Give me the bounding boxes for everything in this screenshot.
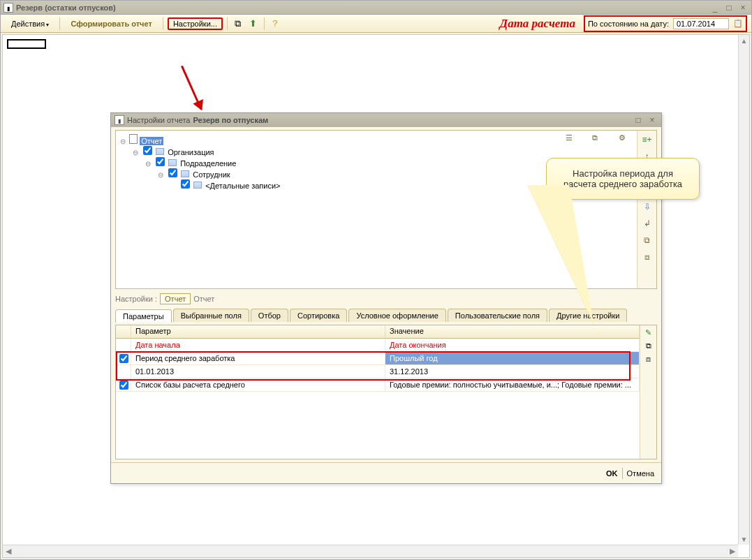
report-icon bbox=[129, 134, 138, 144]
tool-icon[interactable]: ⚙ bbox=[619, 133, 631, 146]
help-callout: Настройка периода для расчета среднего з… bbox=[546, 158, 700, 200]
tree-checkbox[interactable] bbox=[156, 157, 165, 166]
tool-icon[interactable]: ⧈ bbox=[641, 251, 654, 263]
breadcrumb-label: Настройки : bbox=[115, 295, 157, 303]
report-structure-tree[interactable]: ⊖ Отчет ⊖ Организ bbox=[116, 131, 546, 193]
date-label: По состоянию на дату: bbox=[588, 20, 669, 28]
breadcrumb-current[interactable]: Отчет bbox=[160, 293, 191, 304]
app-icon: ▮ bbox=[3, 3, 13, 13]
table-cell[interactable]: Период среднего заработка bbox=[131, 352, 385, 365]
add-icon[interactable]: ≡+ bbox=[641, 133, 654, 146]
tree-node-department[interactable]: Подразделение bbox=[179, 159, 237, 168]
expand-icon[interactable]: ⊖ bbox=[145, 160, 152, 168]
tree-node-details[interactable]: <Детальные записи> bbox=[204, 182, 281, 190]
expand-icon[interactable]: ⊖ bbox=[133, 149, 140, 156]
cancel-button[interactable]: Отмена bbox=[627, 469, 654, 478]
date-input[interactable] bbox=[673, 18, 729, 29]
move-down-icon[interactable]: ⇩ bbox=[641, 200, 654, 213]
expand-icon[interactable]: ⊖ bbox=[158, 171, 165, 179]
params-side-tools: ✎ ⧉ ⧈ bbox=[640, 325, 656, 459]
col-value: Значение bbox=[385, 325, 640, 339]
tree-node-organization[interactable]: Организация bbox=[166, 148, 215, 156]
row-checkbox[interactable] bbox=[119, 381, 128, 390]
table-cell[interactable]: Дата окончания bbox=[385, 339, 640, 352]
tab-parameters[interactable]: Параметры bbox=[115, 309, 172, 323]
table-cell[interactable] bbox=[116, 339, 131, 352]
window-title: Резерв (остатки отпусков) bbox=[16, 3, 116, 12]
parameters-table[interactable]: Параметр Значение Дата начала Дата оконч… bbox=[116, 325, 640, 459]
dialog-close-button[interactable]: × bbox=[647, 115, 658, 125]
vertical-scrollbar[interactable]: ▲ ▼ bbox=[738, 35, 749, 545]
tab-conditional-formatting[interactable]: Условное оформление bbox=[348, 309, 445, 322]
table-cell[interactable]: 31.12.2013 bbox=[385, 365, 640, 378]
annotation-arrow bbox=[181, 66, 202, 110]
save-icon[interactable]: ⬆ bbox=[247, 17, 260, 30]
dialog-icon: ▮ bbox=[115, 115, 124, 125]
col-parameter: Параметр bbox=[131, 325, 385, 339]
main-toolbar: Действия Сформировать отчет Настройки...… bbox=[1, 15, 751, 33]
edit-icon[interactable]: ✎ bbox=[645, 328, 651, 337]
close-button[interactable]: × bbox=[737, 3, 749, 13]
date-filter-box: По состоянию на дату: 📋 bbox=[584, 15, 747, 32]
tab-filter[interactable]: Отбор bbox=[251, 309, 288, 322]
group-icon bbox=[168, 159, 177, 166]
tool-icon[interactable]: ⧉ bbox=[646, 341, 651, 351]
tool-icon[interactable]: ⧉ bbox=[592, 133, 605, 146]
parameters-panel: Параметр Значение Дата начала Дата оконч… bbox=[115, 325, 657, 459]
selection-marker bbox=[7, 39, 46, 49]
actions-menu[interactable]: Действия bbox=[5, 17, 55, 31]
calendar-icon[interactable]: 📋 bbox=[733, 19, 743, 28]
table-cell[interactable]: Список базы расчета среднего bbox=[131, 378, 385, 392]
group-icon bbox=[156, 148, 164, 155]
table-cell[interactable]: 01.01.2013 bbox=[131, 365, 385, 378]
content-area: ▲ ▼ ◀▶ ▮ Настройки отчета Резерв по отпу… bbox=[2, 34, 750, 558]
table-cell[interactable]: Годовые премии: полностью учитываемые, и… bbox=[385, 378, 640, 392]
help-icon[interactable]: ? bbox=[269, 17, 281, 30]
breadcrumb-trail: Отчет bbox=[193, 295, 214, 303]
ok-button[interactable]: OK bbox=[606, 469, 618, 478]
link-icon[interactable]: ↲ bbox=[641, 217, 654, 230]
main-window: ▮ Резерв (остатки отпусков) _ □ × Действ… bbox=[0, 0, 752, 560]
tree-node-employee[interactable]: Сотрудник bbox=[191, 170, 231, 179]
date-annotation: Дата расчета bbox=[284, 17, 581, 31]
table-cell[interactable] bbox=[116, 365, 131, 378]
expand-icon[interactable]: ⊖ bbox=[120, 138, 127, 145]
table-cell[interactable] bbox=[116, 352, 131, 365]
tab-selected-fields[interactable]: Выбранные поля bbox=[173, 309, 249, 322]
table-cell-selected[interactable]: Прошлый год bbox=[385, 352, 640, 365]
tree-checkbox[interactable] bbox=[181, 179, 190, 189]
col-checkbox bbox=[116, 325, 131, 339]
generate-report-button[interactable]: Сформировать отчет bbox=[64, 17, 158, 31]
tree-checkbox[interactable] bbox=[168, 168, 177, 177]
minimize-button[interactable]: _ bbox=[709, 3, 721, 13]
dialog-title-prefix: Настройки отчета bbox=[127, 116, 190, 124]
settings-button[interactable]: Настройки... bbox=[168, 17, 223, 30]
horizontal-scrollbar[interactable]: ◀▶ bbox=[3, 545, 738, 557]
dialog-title-bar: ▮ Настройки отчета Резерв по отпускам □ … bbox=[111, 113, 661, 127]
tab-sorting[interactable]: Сортировка bbox=[290, 309, 347, 322]
group-icon bbox=[193, 182, 202, 189]
tab-custom-fields[interactable]: Пользовательские поля bbox=[448, 309, 547, 322]
tree-root[interactable]: Отчет bbox=[140, 137, 163, 145]
dialog-title: Резерв по отпускам bbox=[193, 116, 268, 124]
dialog-footer: OK Отмена bbox=[111, 462, 661, 483]
table-cell[interactable] bbox=[116, 378, 131, 392]
table-cell[interactable]: Дата начала bbox=[131, 339, 385, 352]
export-icon[interactable]: ⧉ bbox=[232, 17, 244, 30]
title-bar: ▮ Резерв (остатки отпусков) _ □ × bbox=[1, 1, 751, 15]
tool-icon[interactable]: ☰ bbox=[566, 133, 578, 146]
tree-side-tools: ≡+ ↑ ⇕ ⇧ ⇩ ↲ ⧉ ⧈ bbox=[637, 131, 656, 288]
tool-icon[interactable]: ⧉ bbox=[641, 234, 654, 246]
group-icon bbox=[181, 170, 189, 177]
tool-icon[interactable]: ⧈ bbox=[646, 355, 651, 364]
maximize-button[interactable]: □ bbox=[723, 3, 735, 13]
callout-text: Настройка периода для расчета среднего з… bbox=[563, 168, 682, 189]
row-checkbox[interactable] bbox=[119, 354, 128, 363]
dialog-maximize-button[interactable]: □ bbox=[633, 115, 644, 125]
tree-checkbox[interactable] bbox=[143, 146, 152, 155]
